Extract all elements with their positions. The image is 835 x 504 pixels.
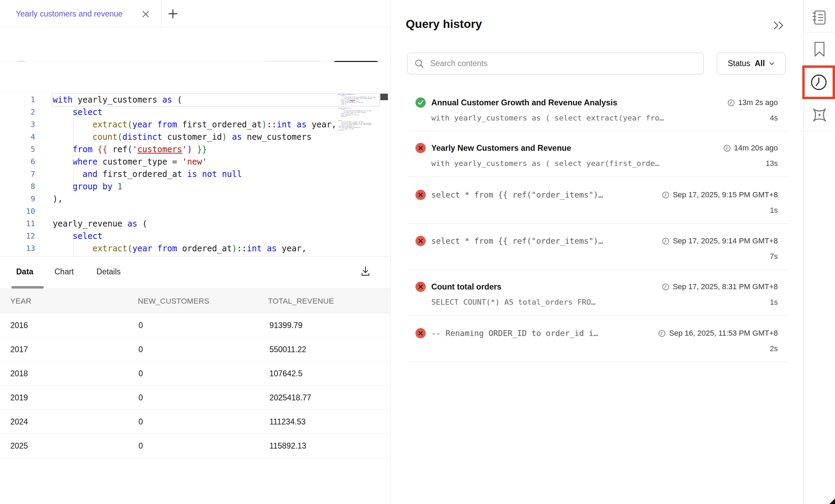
- status-error-icon: [415, 328, 426, 338]
- table-cell: 2017: [10, 337, 28, 361]
- line-number: 4: [10, 131, 35, 143]
- table-cell: 0: [138, 337, 143, 361]
- table-row[interactable]: 201902025418.77: [0, 386, 390, 410]
- history-item-duration: 13s: [766, 158, 778, 169]
- code-line[interactable]: with yearly_customers as (: [53, 94, 182, 106]
- indent-guide: [93, 118, 93, 144]
- history-item-duration: 7s: [770, 251, 778, 262]
- active-tab-indicator: [11, 286, 44, 288]
- code-line[interactable]: extract(year from ordered_at)::int as ye…: [53, 242, 307, 255]
- history-item-title[interactable]: -- Renaming ORDER_ID to order_id i…: [431, 327, 598, 339]
- table-cell: 2025: [10, 434, 28, 458]
- history-search[interactable]: [407, 53, 704, 74]
- tab-divider: [161, 0, 162, 28]
- line-number: 8: [10, 180, 35, 193]
- history-item-title[interactable]: Count total orders: [431, 281, 502, 293]
- history-item-sql-preview: SELECT COUNT(*) AS total_orders FRO…: [431, 297, 596, 307]
- insight-toolbar: BL Your saved insight Develop Run: [0, 28, 390, 62]
- pinwheel-icon[interactable]: [811, 106, 828, 125]
- code-line[interactable]: select: [53, 106, 103, 118]
- status-filter-button[interactable]: Status All: [717, 53, 785, 74]
- line-number: 7: [10, 168, 35, 180]
- tab-details[interactable]: Details: [96, 257, 121, 286]
- history-item-time: Sep 17, 2025, 9:14 PM GMT+8: [662, 235, 778, 247]
- code-line[interactable]: extract(year from first_ordered_at)::int…: [53, 118, 337, 131]
- history-item-title[interactable]: select * from {{ ref("order_items")…: [431, 189, 603, 201]
- line-number: 1: [10, 94, 35, 106]
- table-cell: 0: [138, 361, 143, 386]
- rail-divider: [804, 32, 835, 33]
- code-line[interactable]: and first_ordered_at is not null: [53, 168, 242, 180]
- table-row[interactable]: 2016091399.79: [0, 313, 390, 337]
- table-cell: 2018: [10, 361, 28, 386]
- tab-bar: Yearly customers and revenue: [0, 0, 390, 28]
- table-row[interactable]: 20170550011.22: [0, 337, 390, 361]
- code-line[interactable]: from {{ ref('customers') }}: [53, 143, 207, 156]
- sql-editor[interactable]: 12345678910111213 with yearly_customers …: [0, 92, 390, 256]
- results-tab-bar: Data Chart Details: [0, 256, 390, 288]
- code-line[interactable]: yearly_revenue as (: [53, 218, 147, 230]
- editor-scrollbar[interactable]: [380, 94, 388, 100]
- table-cell: 550011.22: [269, 337, 306, 361]
- clock-icon: [662, 191, 670, 199]
- collapse-panel-icon[interactable]: [773, 21, 785, 31]
- column-header-year[interactable]: YEAR: [10, 289, 31, 314]
- history-item-sql-preview: with yearly_customers as ( select year(f…: [431, 158, 659, 169]
- download-icon[interactable]: [359, 265, 372, 277]
- code-line[interactable]: count(distinct customer_id) as new_custo…: [53, 131, 311, 143]
- history-item-time: 13m 2s ago: [727, 97, 778, 108]
- history-item-sql-preview: with yearly_customers as ( select extrac…: [431, 113, 664, 123]
- tab-chart[interactable]: Chart: [54, 257, 74, 286]
- status-error-icon: [415, 190, 426, 200]
- line-number: 9: [10, 193, 35, 205]
- indent-guide: [73, 230, 73, 256]
- table-row[interactable]: 20180107642.5: [0, 361, 390, 386]
- code-line[interactable]: ),: [53, 193, 63, 205]
- history-item-duration: 1s: [770, 297, 778, 307]
- pane-divider: [390, 0, 391, 504]
- table-cell: 2019: [10, 386, 28, 410]
- history-item-time: 14m 20s ago: [723, 142, 778, 154]
- tab-data[interactable]: Data: [16, 257, 33, 286]
- table-cell: 0: [138, 386, 143, 410]
- status-row: Query completed in 4s Environment: PROD …: [0, 62, 390, 92]
- minimap-line: order by 1: [338, 129, 365, 131]
- rail-divider: [804, 131, 835, 132]
- new-tab-button[interactable]: [168, 9, 178, 19]
- column-header-new-customers[interactable]: NEW_CUSTOMERS: [138, 289, 209, 314]
- history-item-title[interactable]: select * from {{ ref("order_items")…: [431, 235, 603, 247]
- history-item-duration: 4s: [770, 113, 778, 123]
- resize-corner: [829, 498, 835, 504]
- table-row[interactable]: 20250115892.13: [0, 434, 390, 458]
- status-error-icon: [415, 236, 426, 246]
- history-item-time: Sep 17, 2025, 8:31 PM GMT+8: [662, 281, 778, 293]
- table-row[interactable]: 20240111234.53: [0, 410, 390, 434]
- editor-minimap[interactable]: with yearly_customers as ( select extrac…: [338, 94, 365, 131]
- history-item-time: Sep 16, 2025, 11:53 PM GMT+8: [658, 327, 778, 339]
- column-header-total-revenue[interactable]: TOTAL_REVENUE: [268, 289, 334, 314]
- code-line[interactable]: select: [53, 230, 103, 242]
- search-input[interactable]: [430, 59, 685, 68]
- table-cell: 2024: [10, 410, 28, 434]
- history-item-title[interactable]: Annual Customer Growth and Revenue Analy…: [431, 97, 617, 108]
- table-cell: 107642.5: [269, 361, 302, 386]
- code-line[interactable]: group by 1: [53, 180, 122, 193]
- code-line[interactable]: where customer_type = 'new': [53, 156, 207, 168]
- table-cell: 91399.79: [269, 313, 302, 337]
- history-rail-highlight[interactable]: [802, 65, 835, 99]
- journal-icon[interactable]: [811, 9, 828, 28]
- table-cell: 115892.13: [269, 434, 306, 458]
- table-cell: 0: [138, 410, 143, 434]
- line-number: 13: [10, 242, 35, 255]
- table-cell: 2025418.77: [269, 386, 311, 410]
- close-icon[interactable]: [141, 10, 150, 19]
- app-window: Yearly customers and revenue BL Your sav…: [0, 0, 835, 504]
- status-success-icon: [415, 97, 426, 108]
- indent-guide: [73, 106, 73, 193]
- tab-yearly-customers-and-revenue[interactable]: Yearly customers and revenue: [16, 0, 123, 28]
- history-item-title[interactable]: Yearly New Customers and Revenue: [431, 142, 571, 154]
- table-cell: 2016: [10, 313, 28, 337]
- history-item-divider: [408, 362, 789, 362]
- history-item-duration: 2s: [770, 344, 778, 354]
- bookmark-icon[interactable]: [812, 41, 827, 59]
